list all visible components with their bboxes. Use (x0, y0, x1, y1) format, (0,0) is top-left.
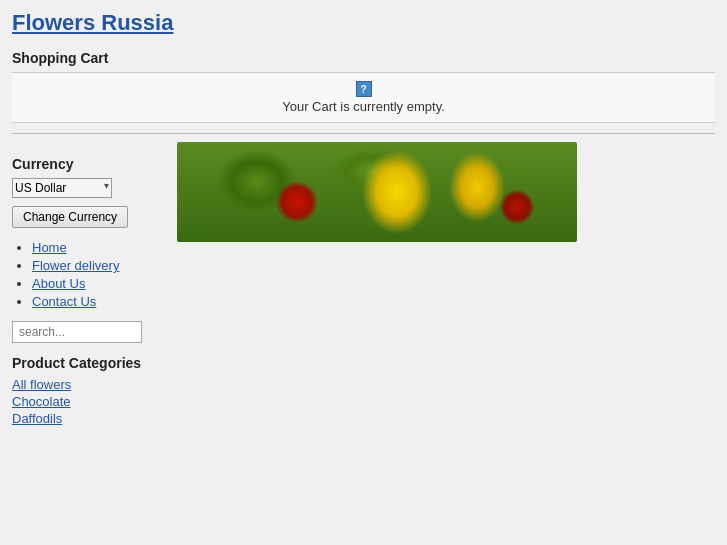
nav-link-home[interactable]: Home (32, 240, 67, 255)
cart-area: ? Your Cart is currently empty. (12, 72, 715, 123)
nav-list: Home Flower delivery About Us Contact Us (12, 240, 172, 309)
currency-dropdown[interactable]: US Dollar Euro Russian Ruble British Pou… (12, 178, 112, 198)
nav-item-home: Home (32, 240, 172, 255)
flower-banner (177, 142, 577, 242)
nav-link-flower-delivery[interactable]: Flower delivery (32, 258, 119, 273)
flower-banner-image (177, 142, 577, 242)
site-title-link[interactable]: Flowers Russia (12, 10, 173, 35)
site-title: Flowers Russia (12, 10, 715, 36)
currency-section-title: Currency (12, 156, 172, 172)
product-link-all-flowers[interactable]: All flowers (12, 377, 172, 392)
search-input[interactable] (12, 321, 142, 343)
page-wrapper: Flowers Russia Shopping Cart ? Your Cart… (0, 0, 727, 545)
currency-banner-row: Currency US Dollar Euro Russian Ruble Br… (12, 142, 715, 428)
right-column (177, 142, 715, 242)
nav-link-about-us[interactable]: About Us (32, 276, 85, 291)
currency-divider (12, 133, 715, 134)
product-categories-title: Product Categories (12, 355, 172, 371)
currency-select-container: US Dollar Euro Russian Ruble British Pou… (12, 178, 112, 198)
currency-select-wrapper: US Dollar Euro Russian Ruble British Pou… (12, 178, 172, 198)
cart-section-title: Shopping Cart (12, 50, 715, 66)
product-link-daffodils[interactable]: Daffodils (12, 411, 172, 426)
cart-icon: ? (356, 81, 372, 97)
nav-item-flower-delivery: Flower delivery (32, 258, 172, 273)
nav-item-about-us: About Us (32, 276, 172, 291)
change-currency-button[interactable]: Change Currency (12, 206, 128, 228)
nav-link-contact-us[interactable]: Contact Us (32, 294, 96, 309)
left-column: Currency US Dollar Euro Russian Ruble Br… (12, 142, 172, 428)
nav-item-contact-us: Contact Us (32, 294, 172, 309)
cart-empty-text: Your Cart is currently empty. (12, 99, 715, 114)
product-link-chocolate[interactable]: Chocolate (12, 394, 172, 409)
